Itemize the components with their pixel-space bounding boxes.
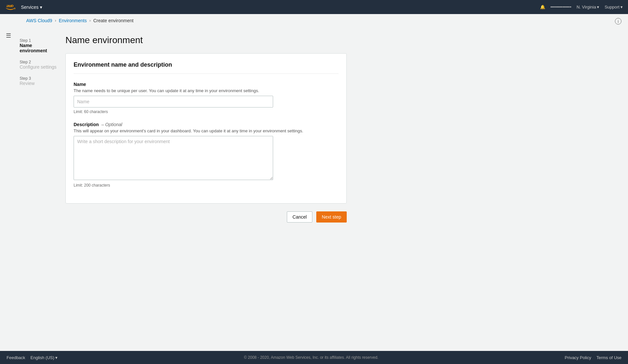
environment-form-card: Environment name and description Name Th… (65, 53, 347, 204)
name-input[interactable] (74, 96, 273, 108)
desc-label-text: Description (74, 122, 99, 127)
step-3-item: Step 3 Review (20, 76, 59, 86)
page-title: Name environment (65, 35, 347, 45)
feedback-link[interactable]: Feedback (7, 355, 25, 360)
step-1-name: Name environment (20, 43, 59, 53)
name-field-desc: The name needs to be unique per user. Yo… (74, 88, 339, 93)
action-buttons: Cancel Next step (65, 211, 347, 223)
name-limit: Limit: 60 characters (74, 109, 339, 114)
desc-optional-text: – Optional (101, 122, 122, 127)
breadcrumb-sep-1: › (55, 18, 56, 23)
navbar-right: 🔔 •••••••••••••• N. Virginia ▾ Support ▾ (540, 5, 623, 9)
footer-left: Feedback English (US) ▾ (7, 355, 58, 360)
steps-sidebar: Step 1 Name environment Step 2 Configure… (0, 35, 65, 351)
step-1-item: Step 1 Name environment (20, 38, 59, 53)
top-content: ☰ AWS Cloud9 › Environments › Create env… (0, 14, 628, 28)
aws-logo (5, 4, 16, 10)
breadcrumb: AWS Cloud9 › Environments › Create envir… (26, 18, 628, 23)
region-chevron-icon: ▾ (597, 5, 599, 9)
footer: Feedback English (US) ▾ © 2008 - 2020, A… (0, 351, 628, 364)
services-button[interactable]: Services ▾ (21, 5, 42, 10)
name-field: Name The name needs to be unique per use… (74, 82, 339, 114)
desc-field: Description – Optional This will appear … (74, 122, 339, 188)
description-textarea[interactable] (74, 136, 273, 180)
next-step-button[interactable]: Next step (316, 211, 347, 223)
breadcrumb-current: Create environment (93, 18, 133, 23)
support-chevron-icon: ▾ (620, 5, 623, 9)
account-info: •••••••••••••• (550, 5, 571, 9)
step-1-label: Step 1 (20, 38, 59, 43)
cancel-button[interactable]: Cancel (287, 211, 312, 223)
lang-chevron-icon: ▾ (55, 355, 58, 360)
lang-label: English (US) (30, 355, 54, 360)
desc-limit: Limit: 200 characters (74, 183, 339, 188)
footer-copyright: © 2008 - 2020, Amazon Web Services, Inc.… (58, 355, 565, 360)
card-title: Environment name and description (74, 61, 339, 74)
region-button[interactable]: N. Virginia ▾ (577, 5, 600, 9)
language-selector[interactable]: English (US) ▾ (30, 355, 58, 360)
desc-field-desc: This will appear on your environment's c… (74, 128, 339, 133)
top-navbar: Services ▾ 🔔 •••••••••••••• N. Virginia … (0, 0, 628, 14)
footer-right: Privacy Policy Terms of Use (565, 355, 622, 360)
navbar-left: Services ▾ (5, 4, 42, 10)
main-layout: Step 1 Name environment Step 2 Configure… (0, 28, 628, 351)
support-label: Support (604, 5, 619, 9)
sidebar-toggle-button[interactable]: ☰ (6, 32, 11, 39)
content-area: Name environment Environment name and de… (65, 35, 360, 351)
info-icon[interactable]: i (615, 18, 621, 25)
breadcrumb-sep-2: › (89, 18, 91, 23)
desc-field-label: Description – Optional (74, 122, 339, 127)
region-label: N. Virginia (577, 5, 596, 9)
name-field-label: Name (74, 82, 339, 87)
step-2-name: Configure settings (20, 64, 59, 70)
page-wrapper: ☰ AWS Cloud9 › Environments › Create env… (0, 14, 628, 351)
step-2-item: Step 2 Configure settings (20, 60, 59, 70)
privacy-policy-link[interactable]: Privacy Policy (565, 355, 591, 360)
step-3-label: Step 3 (20, 76, 59, 81)
support-button[interactable]: Support ▾ (604, 5, 623, 9)
services-label: Services (21, 5, 39, 10)
breadcrumb-parent-link[interactable]: Environments (59, 18, 87, 23)
step-3-name: Review (20, 81, 59, 86)
step-2-label: Step 2 (20, 60, 59, 64)
terms-of-use-link[interactable]: Terms of Use (596, 355, 621, 360)
notifications-icon[interactable]: 🔔 (540, 5, 545, 9)
breadcrumb-root-link[interactable]: AWS Cloud9 (26, 18, 52, 23)
services-chevron-icon: ▾ (40, 5, 42, 10)
